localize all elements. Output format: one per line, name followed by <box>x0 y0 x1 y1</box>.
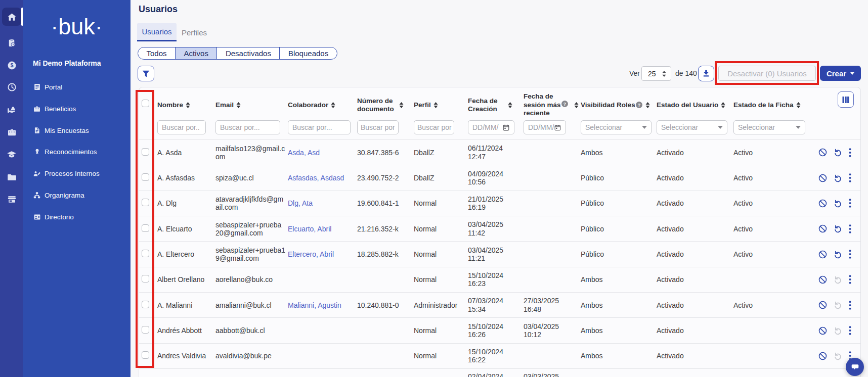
svg-text:?: ? <box>563 102 566 107</box>
svg-text:?: ? <box>638 103 641 108</box>
